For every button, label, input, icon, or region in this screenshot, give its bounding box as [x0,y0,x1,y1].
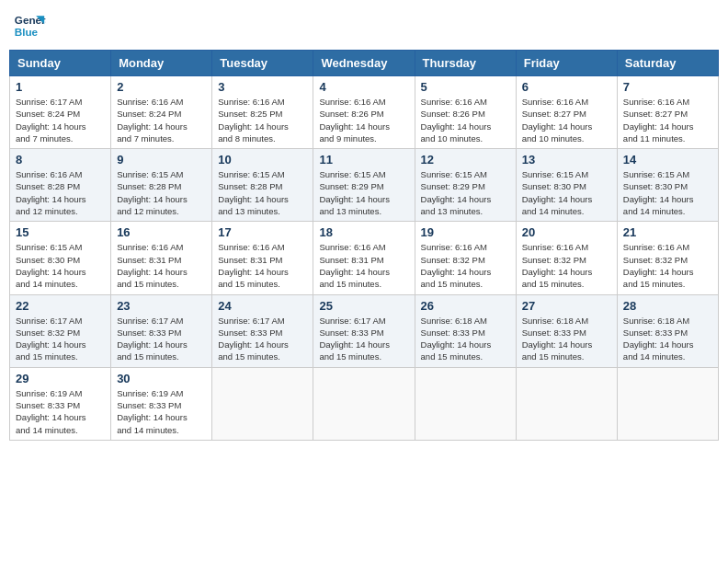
day-number: 28 [623,299,712,313]
calendar-cell: 3Sunrise: 6:16 AM Sunset: 8:25 PM Daylig… [212,76,313,149]
day-info: Sunrise: 6:17 AM Sunset: 8:32 PM Dayligh… [16,315,105,363]
calendar-cell: 6Sunrise: 6:16 AM Sunset: 8:27 PM Daylig… [516,76,617,149]
calendar-cell: 18Sunrise: 6:16 AM Sunset: 8:31 PM Dayli… [313,222,415,294]
calendar-cell [313,367,415,440]
calendar-week-row: 29Sunrise: 6:19 AM Sunset: 8:33 PM Dayli… [10,367,719,440]
day-number: 5 [421,80,510,94]
day-info: Sunrise: 6:16 AM Sunset: 8:24 PM Dayligh… [117,96,206,144]
logo-icon: General Blue [13,9,46,42]
day-number: 20 [522,225,611,239]
day-info: Sunrise: 6:19 AM Sunset: 8:33 PM Dayligh… [117,387,206,436]
calendar-cell: 24Sunrise: 6:17 AM Sunset: 8:33 PM Dayli… [212,294,313,367]
day-number: 26 [421,299,510,313]
day-info: Sunrise: 6:16 AM Sunset: 8:25 PM Dayligh… [218,96,307,144]
svg-text:Blue: Blue [15,26,39,38]
calendar-cell: 23Sunrise: 6:17 AM Sunset: 8:33 PM Dayli… [111,294,212,367]
calendar-cell: 26Sunrise: 6:18 AM Sunset: 8:33 PM Dayli… [415,294,516,367]
day-info: Sunrise: 6:18 AM Sunset: 8:33 PM Dayligh… [421,315,510,363]
day-info: Sunrise: 6:16 AM Sunset: 8:28 PM Dayligh… [16,168,105,217]
day-info: Sunrise: 6:17 AM Sunset: 8:24 PM Dayligh… [16,96,105,144]
calendar-cell [212,367,313,440]
day-number: 27 [522,299,611,313]
day-info: Sunrise: 6:16 AM Sunset: 8:32 PM Dayligh… [421,241,510,290]
day-info: Sunrise: 6:16 AM Sunset: 8:32 PM Dayligh… [623,241,712,290]
calendar-cell: 4Sunrise: 6:16 AM Sunset: 8:26 PM Daylig… [313,76,415,149]
day-number: 30 [117,372,206,385]
calendar-cell: 19Sunrise: 6:16 AM Sunset: 8:32 PM Dayli… [415,222,516,294]
day-number: 6 [522,80,611,94]
calendar-cell: 28Sunrise: 6:18 AM Sunset: 8:33 PM Dayli… [617,294,718,367]
calendar-cell: 9Sunrise: 6:15 AM Sunset: 8:28 PM Daylig… [111,149,212,222]
calendar-cell: 2Sunrise: 6:16 AM Sunset: 8:24 PM Daylig… [111,76,212,149]
day-info: Sunrise: 6:16 AM Sunset: 8:26 PM Dayligh… [319,96,408,144]
calendar-cell: 1Sunrise: 6:17 AM Sunset: 8:24 PM Daylig… [10,76,111,149]
day-number: 18 [319,225,408,239]
calendar-cell [516,367,617,440]
day-info: Sunrise: 6:18 AM Sunset: 8:33 PM Dayligh… [522,315,611,363]
day-number: 15 [16,225,105,239]
calendar-cell: 12Sunrise: 6:15 AM Sunset: 8:29 PM Dayli… [415,149,516,222]
calendar-cell: 8Sunrise: 6:16 AM Sunset: 8:28 PM Daylig… [10,149,111,222]
calendar-cell: 15Sunrise: 6:15 AM Sunset: 8:30 PM Dayli… [10,222,111,294]
day-number: 22 [16,299,105,313]
calendar-week-row: 22Sunrise: 6:17 AM Sunset: 8:32 PM Dayli… [10,294,719,367]
day-number: 19 [421,225,510,239]
day-number: 12 [421,153,510,167]
day-number: 16 [117,225,206,239]
calendar-cell: 5Sunrise: 6:16 AM Sunset: 8:26 PM Daylig… [415,76,516,149]
day-info: Sunrise: 6:19 AM Sunset: 8:33 PM Dayligh… [16,387,105,436]
calendar-cell: 11Sunrise: 6:15 AM Sunset: 8:29 PM Dayli… [313,149,415,222]
calendar-cell: 22Sunrise: 6:17 AM Sunset: 8:32 PM Dayli… [10,294,111,367]
day-number: 14 [623,153,712,167]
day-info: Sunrise: 6:17 AM Sunset: 8:33 PM Dayligh… [218,315,307,363]
day-number: 7 [623,80,712,94]
day-info: Sunrise: 6:15 AM Sunset: 8:28 PM Dayligh… [117,168,206,217]
day-number: 23 [117,299,206,313]
calendar-cell: 13Sunrise: 6:15 AM Sunset: 8:30 PM Dayli… [516,149,617,222]
day-info: Sunrise: 6:15 AM Sunset: 8:29 PM Dayligh… [319,168,408,217]
calendar-week-row: 8Sunrise: 6:16 AM Sunset: 8:28 PM Daylig… [10,149,719,222]
calendar-table: SundayMondayTuesdayWednesdayThursdayFrid… [9,50,719,441]
day-number: 17 [218,225,307,239]
day-info: Sunrise: 6:16 AM Sunset: 8:31 PM Dayligh… [218,241,307,290]
day-info: Sunrise: 6:16 AM Sunset: 8:31 PM Dayligh… [319,241,408,290]
calendar-cell: 20Sunrise: 6:16 AM Sunset: 8:32 PM Dayli… [516,222,617,294]
calendar-cell: 7Sunrise: 6:16 AM Sunset: 8:27 PM Daylig… [617,76,718,149]
calendar-cell: 17Sunrise: 6:16 AM Sunset: 8:31 PM Dayli… [212,222,313,294]
col-header-sunday: Sunday [10,51,111,76]
col-header-thursday: Thursday [415,51,516,76]
header: General Blue [9,9,719,42]
day-info: Sunrise: 6:15 AM Sunset: 8:28 PM Dayligh… [218,168,307,217]
day-info: Sunrise: 6:15 AM Sunset: 8:29 PM Dayligh… [421,168,510,217]
day-info: Sunrise: 6:18 AM Sunset: 8:33 PM Dayligh… [623,315,712,363]
day-info: Sunrise: 6:16 AM Sunset: 8:26 PM Dayligh… [421,96,510,144]
day-number: 25 [319,299,408,313]
calendar-cell [617,367,718,440]
col-header-tuesday: Tuesday [212,51,313,76]
day-info: Sunrise: 6:16 AM Sunset: 8:31 PM Dayligh… [117,241,206,290]
day-info: Sunrise: 6:16 AM Sunset: 8:27 PM Dayligh… [623,96,712,144]
day-number: 4 [319,80,408,94]
day-number: 21 [623,225,712,239]
calendar-cell: 27Sunrise: 6:18 AM Sunset: 8:33 PM Dayli… [516,294,617,367]
day-info: Sunrise: 6:15 AM Sunset: 8:30 PM Dayligh… [623,168,712,217]
calendar-week-row: 15Sunrise: 6:15 AM Sunset: 8:30 PM Dayli… [10,222,719,294]
day-info: Sunrise: 6:16 AM Sunset: 8:32 PM Dayligh… [522,241,611,290]
calendar-cell: 30Sunrise: 6:19 AM Sunset: 8:33 PM Dayli… [111,367,212,440]
calendar-cell: 29Sunrise: 6:19 AM Sunset: 8:33 PM Dayli… [10,367,111,440]
col-header-wednesday: Wednesday [313,51,415,76]
day-number: 1 [16,80,105,94]
day-info: Sunrise: 6:16 AM Sunset: 8:27 PM Dayligh… [522,96,611,144]
col-header-monday: Monday [111,51,212,76]
day-info: Sunrise: 6:17 AM Sunset: 8:33 PM Dayligh… [319,315,408,363]
day-number: 11 [319,153,408,167]
calendar-cell: 21Sunrise: 6:16 AM Sunset: 8:32 PM Dayli… [617,222,718,294]
logo: General Blue [13,9,46,42]
day-info: Sunrise: 6:15 AM Sunset: 8:30 PM Dayligh… [16,241,105,290]
day-number: 10 [218,153,307,167]
day-number: 24 [218,299,307,313]
calendar-header-row: SundayMondayTuesdayWednesdayThursdayFrid… [10,51,719,76]
calendar-cell [415,367,516,440]
day-number: 3 [218,80,307,94]
day-info: Sunrise: 6:17 AM Sunset: 8:33 PM Dayligh… [117,315,206,363]
